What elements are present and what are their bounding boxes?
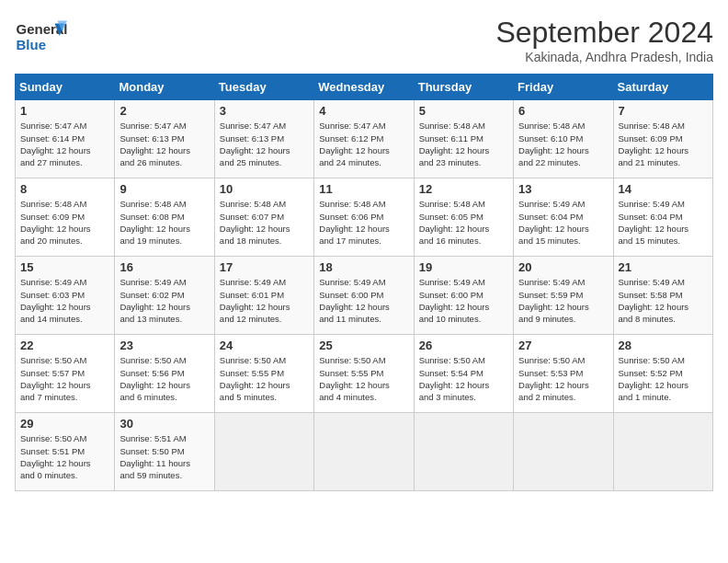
calendar-cell: 22Sunrise: 5:50 AMSunset: 5:57 PMDayligh… [16,335,115,413]
header-friday: Friday [514,75,613,100]
day-info: Sunrise: 5:50 AMSunset: 5:55 PMDaylight:… [319,354,408,403]
calendar-header-row: SundayMondayTuesdayWednesdayThursdayFrid… [16,75,713,100]
calendar-cell: 13Sunrise: 5:49 AMSunset: 6:04 PMDayligh… [514,178,613,257]
svg-text:Blue: Blue [17,37,47,52]
calendar-cell: 8Sunrise: 5:48 AMSunset: 6:09 PMDaylight… [16,178,115,257]
calendar-cell [314,413,414,491]
day-info: Sunrise: 5:50 AMSunset: 5:56 PMDaylight:… [119,354,209,403]
day-info: Sunrise: 5:49 AMSunset: 6:04 PMDaylight:… [518,198,608,247]
day-info: Sunrise: 5:49 AMSunset: 6:01 PMDaylight:… [220,276,309,325]
calendar-cell: 27Sunrise: 5:50 AMSunset: 5:53 PMDayligh… [514,335,613,413]
day-number: 8 [20,182,109,196]
calendar-cell: 30Sunrise: 5:51 AMSunset: 5:50 PMDayligh… [115,413,214,491]
day-info: Sunrise: 5:48 AMSunset: 6:06 PMDaylight:… [319,198,408,247]
day-info: Sunrise: 5:49 AMSunset: 6:00 PMDaylight:… [419,276,508,325]
calendar-cell [514,413,613,491]
day-info: Sunrise: 5:47 AMSunset: 6:12 PMDaylight:… [319,120,408,168]
day-number: 17 [220,260,309,274]
calendar-cell [613,413,712,491]
calendar-cell: 11Sunrise: 5:48 AMSunset: 6:06 PMDayligh… [314,178,414,257]
logo-icon: General Blue [15,15,70,56]
title-block: September 2024 Kakinada, Andhra Pradesh,… [495,15,713,64]
month-title: September 2024 [495,15,713,50]
week-row-3: 15Sunrise: 5:49 AMSunset: 6:03 PMDayligh… [16,257,713,335]
day-number: 7 [619,104,708,118]
header-tuesday: Tuesday [214,75,313,100]
calendar-cell: 21Sunrise: 5:49 AMSunset: 5:58 PMDayligh… [613,257,712,335]
day-number: 28 [619,339,708,352]
day-info: Sunrise: 5:51 AMSunset: 5:50 PMDaylight:… [119,432,209,481]
header-thursday: Thursday [414,75,513,100]
day-info: Sunrise: 5:50 AMSunset: 5:53 PMDaylight:… [518,354,608,403]
day-info: Sunrise: 5:48 AMSunset: 6:11 PMDaylight:… [419,120,508,168]
day-info: Sunrise: 5:49 AMSunset: 5:58 PMDaylight:… [619,276,708,325]
day-number: 10 [220,182,309,196]
calendar-cell [414,413,513,491]
calendar-cell: 23Sunrise: 5:50 AMSunset: 5:56 PMDayligh… [115,335,214,413]
day-number: 22 [20,339,109,352]
day-number: 15 [20,260,109,274]
week-row-2: 8Sunrise: 5:48 AMSunset: 6:09 PMDaylight… [16,178,713,257]
calendar-cell: 20Sunrise: 5:49 AMSunset: 5:59 PMDayligh… [514,257,613,335]
location-subtitle: Kakinada, Andhra Pradesh, India [495,50,713,64]
day-info: Sunrise: 5:48 AMSunset: 6:07 PMDaylight:… [220,198,309,247]
day-number: 4 [319,104,408,118]
day-number: 18 [319,260,408,274]
calendar-cell: 16Sunrise: 5:49 AMSunset: 6:02 PMDayligh… [115,257,214,335]
header-sunday: Sunday [16,75,115,100]
day-number: 2 [119,104,209,118]
day-info: Sunrise: 5:48 AMSunset: 6:05 PMDaylight:… [419,198,508,247]
week-row-1: 1Sunrise: 5:47 AMSunset: 6:14 PMDaylight… [16,100,713,178]
day-info: Sunrise: 5:47 AMSunset: 6:13 PMDaylight:… [220,120,309,168]
header-wednesday: Wednesday [314,75,414,100]
day-number: 26 [419,339,508,352]
calendar-cell: 18Sunrise: 5:49 AMSunset: 6:00 PMDayligh… [314,257,414,335]
calendar-cell: 12Sunrise: 5:48 AMSunset: 6:05 PMDayligh… [414,178,513,257]
page-header: General Blue September 2024 Kakinada, An… [15,15,713,64]
day-number: 11 [319,182,408,196]
calendar-body: 1Sunrise: 5:47 AMSunset: 6:14 PMDaylight… [16,100,713,491]
header-saturday: Saturday [613,75,712,100]
calendar-cell: 4Sunrise: 5:47 AMSunset: 6:12 PMDaylight… [314,100,414,178]
day-number: 27 [518,339,608,352]
calendar-cell [214,413,313,491]
day-info: Sunrise: 5:50 AMSunset: 5:55 PMDaylight:… [220,354,309,403]
calendar-cell: 26Sunrise: 5:50 AMSunset: 5:54 PMDayligh… [414,335,513,413]
calendar-cell: 5Sunrise: 5:48 AMSunset: 6:11 PMDaylight… [414,100,513,178]
day-info: Sunrise: 5:50 AMSunset: 5:51 PMDaylight:… [20,432,109,481]
day-info: Sunrise: 5:47 AMSunset: 6:13 PMDaylight:… [119,120,209,168]
day-info: Sunrise: 5:49 AMSunset: 6:02 PMDaylight:… [119,276,209,325]
calendar-cell: 19Sunrise: 5:49 AMSunset: 6:00 PMDayligh… [414,257,513,335]
day-number: 16 [119,260,209,274]
calendar-cell: 9Sunrise: 5:48 AMSunset: 6:08 PMDaylight… [115,178,214,257]
day-number: 6 [518,104,608,118]
day-number: 9 [119,182,209,196]
calendar-cell: 28Sunrise: 5:50 AMSunset: 5:52 PMDayligh… [613,335,712,413]
day-number: 23 [119,339,209,352]
calendar-cell: 2Sunrise: 5:47 AMSunset: 6:13 PMDaylight… [115,100,214,178]
day-info: Sunrise: 5:49 AMSunset: 5:59 PMDaylight:… [518,276,608,325]
header-monday: Monday [115,75,214,100]
day-number: 1 [20,104,109,118]
day-info: Sunrise: 5:48 AMSunset: 6:10 PMDaylight:… [518,120,608,168]
day-info: Sunrise: 5:49 AMSunset: 6:03 PMDaylight:… [20,276,109,325]
calendar-cell: 7Sunrise: 5:48 AMSunset: 6:09 PMDaylight… [613,100,712,178]
day-number: 12 [419,182,508,196]
day-number: 3 [220,104,309,118]
calendar-cell: 6Sunrise: 5:48 AMSunset: 6:10 PMDaylight… [514,100,613,178]
day-number: 30 [119,417,209,431]
calendar-cell: 3Sunrise: 5:47 AMSunset: 6:13 PMDaylight… [214,100,313,178]
day-number: 20 [518,260,608,274]
day-number: 25 [319,339,408,352]
day-number: 5 [419,104,508,118]
calendar-cell: 14Sunrise: 5:49 AMSunset: 6:04 PMDayligh… [613,178,712,257]
day-number: 13 [518,182,608,196]
day-info: Sunrise: 5:48 AMSunset: 6:08 PMDaylight:… [119,198,209,247]
day-number: 24 [220,339,309,352]
calendar-cell: 17Sunrise: 5:49 AMSunset: 6:01 PMDayligh… [214,257,313,335]
calendar-cell: 1Sunrise: 5:47 AMSunset: 6:14 PMDaylight… [16,100,115,178]
day-info: Sunrise: 5:48 AMSunset: 6:09 PMDaylight:… [20,198,109,247]
day-info: Sunrise: 5:50 AMSunset: 5:54 PMDaylight:… [419,354,508,403]
day-number: 14 [619,182,708,196]
logo: General Blue [15,15,70,56]
